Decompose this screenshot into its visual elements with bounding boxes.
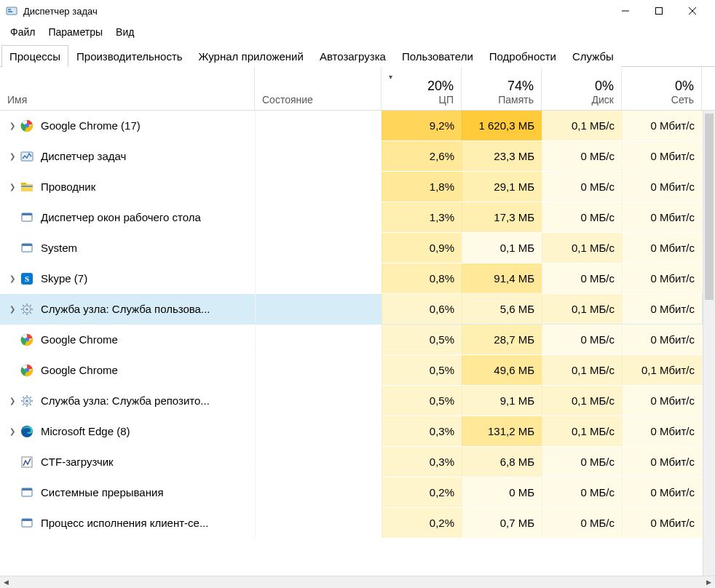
process-name: Google Chrome <box>41 364 118 376</box>
process-icon <box>20 180 33 194</box>
process-name: Служба узла: Служба репозито... <box>41 394 210 407</box>
expand-icon <box>7 488 17 498</box>
minimize-button[interactable] <box>609 0 642 22</box>
cell-network: 0 Мбит/с <box>622 233 702 263</box>
cell-state <box>255 508 382 538</box>
process-name: CTF-загрузчик <box>41 456 114 468</box>
cell-state <box>255 111 382 140</box>
tab-services[interactable]: Службы <box>564 45 622 67</box>
process-row[interactable]: ❯Microsoft Edge (8)0,3%131,2 МБ0,1 МБ/с0… <box>0 416 715 447</box>
close-button[interactable] <box>676 0 709 22</box>
process-row[interactable]: ❯Служба узла: Служба репозито...0,5%9,1 … <box>0 386 715 416</box>
tab-app-history[interactable]: Журнал приложений <box>191 45 312 67</box>
svg-rect-1 <box>8 9 11 10</box>
process-row[interactable]: Процесс исполнения клиент-се...0,2%0,7 М… <box>0 508 715 539</box>
menu-options[interactable]: Параметры <box>42 23 108 41</box>
cell-name: Процесс исполнения клиент-се... <box>0 508 255 538</box>
cell-state <box>255 141 382 171</box>
cell-network: 0 Мбит/с <box>622 325 702 354</box>
expand-icon[interactable]: ❯ <box>7 396 17 406</box>
cell-state <box>255 386 382 416</box>
cell-memory: 9,1 МБ <box>462 386 542 416</box>
scrollbar-thumb[interactable] <box>705 114 714 300</box>
process-icon <box>20 517 33 530</box>
process-row[interactable]: Системные прерывания0,2%0 МБ0 МБ/с0 Мбит… <box>0 477 715 508</box>
menu-file[interactable]: Файл <box>4 23 41 41</box>
cell-memory: 0,1 МБ <box>462 233 542 263</box>
maximize-button[interactable] <box>642 0 676 22</box>
cell-memory: 17,3 МБ <box>462 202 542 232</box>
cell-state <box>255 233 382 263</box>
process-row[interactable]: CTF-загрузчик0,3%6,8 МБ0 МБ/с0 Мбит/с <box>0 447 715 477</box>
process-name: Системные прерывания <box>41 486 164 498</box>
cell-name: ❯Диспетчер задач <box>0 141 255 171</box>
col-memory[interactable]: 74% Память <box>462 67 542 110</box>
cell-disk: 0,1 МБ/с <box>542 355 622 385</box>
vertical-scrollbar[interactable] <box>703 111 715 576</box>
col-name[interactable]: Имя <box>0 67 255 110</box>
process-row[interactable]: ❯Google Chrome (17)9,2%1 620,3 МБ0,1 МБ/… <box>0 111 715 141</box>
process-name: Skype (7) <box>41 272 87 285</box>
col-disk[interactable]: 0% Диск <box>542 67 622 110</box>
process-row[interactable]: ❯Служба узла: Служба пользова...0,6%5,6 … <box>0 294 715 325</box>
scroll-right-icon[interactable]: ▶ <box>703 576 715 589</box>
scroll-left-icon[interactable]: ◀ <box>0 576 12 589</box>
process-icon <box>20 425 33 438</box>
cell-memory: 91,4 МБ <box>462 263 542 293</box>
process-row[interactable]: Диспетчер окон рабочего стола1,3%17,3 МБ… <box>0 202 715 233</box>
expand-icon[interactable]: ❯ <box>7 121 17 131</box>
tab-users[interactable]: Пользователи <box>394 45 481 67</box>
cell-network: 0 Мбит/с <box>622 294 702 324</box>
cell-network: 0 Мбит/с <box>622 477 702 507</box>
col-cpu[interactable]: ▾ 20% ЦП <box>382 67 462 110</box>
process-name: Google Chrome (17) <box>41 119 141 132</box>
cell-network: 0 Мбит/с <box>622 508 702 538</box>
cell-memory: 1 620,3 МБ <box>462 111 542 140</box>
tab-startup[interactable]: Автозагрузка <box>312 45 394 67</box>
cell-state <box>255 325 382 354</box>
col-state[interactable]: Состояние <box>255 67 382 110</box>
cell-cpu: 9,2% <box>382 111 462 140</box>
process-icon <box>20 119 33 132</box>
task-manager-window: Диспетчер задач Файл Параметры Вид Проце… <box>0 0 715 588</box>
cell-cpu: 0,8% <box>382 263 462 293</box>
cell-name: ❯Служба узла: Служба пользова... <box>0 294 255 324</box>
process-rows: ❯Google Chrome (17)9,2%1 620,3 МБ0,1 МБ/… <box>0 111 715 576</box>
cell-name: Google Chrome <box>0 325 255 354</box>
cell-memory: 0,7 МБ <box>462 508 542 538</box>
tab-details[interactable]: Подробности <box>481 45 564 67</box>
cell-cpu: 0,2% <box>382 477 462 507</box>
process-row[interactable]: ❯Диспетчер задач2,6%23,3 МБ0 МБ/с0 Мбит/… <box>0 141 715 172</box>
app-icon <box>6 5 17 17</box>
expand-icon[interactable]: ❯ <box>7 274 17 284</box>
cell-disk: 0 МБ/с <box>542 447 622 477</box>
process-row[interactable]: System0,9%0,1 МБ0,1 МБ/с0 Мбит/с <box>0 233 715 263</box>
col-network[interactable]: 0% Сеть <box>622 67 702 110</box>
process-row[interactable]: Google Chrome0,5%49,6 МБ0,1 МБ/с0,1 Мбит… <box>0 355 715 386</box>
expand-icon[interactable]: ❯ <box>7 182 17 192</box>
process-name: Проводник <box>41 180 95 193</box>
cell-memory: 23,3 МБ <box>462 141 542 171</box>
expand-icon[interactable]: ❯ <box>7 151 17 162</box>
cell-name: Google Chrome <box>0 355 255 385</box>
cell-network: 0 Мбит/с <box>622 202 702 232</box>
menu-view[interactable]: Вид <box>110 23 140 41</box>
expand-icon[interactable]: ❯ <box>7 304 17 314</box>
process-row[interactable]: ❯Skype (7)0,8%91,4 МБ0 МБ/с0 Мбит/с <box>0 263 715 294</box>
cell-cpu: 1,3% <box>382 202 462 232</box>
process-name: Диспетчер окон рабочего стола <box>41 211 201 223</box>
cell-cpu: 0,3% <box>382 416 462 446</box>
process-icon <box>20 333 33 346</box>
cell-network: 0 Мбит/с <box>622 141 702 171</box>
expand-icon <box>7 212 17 223</box>
process-row[interactable]: Google Chrome0,5%28,7 МБ0 МБ/с0 Мбит/с <box>0 325 715 355</box>
horizontal-scrollbar[interactable]: ◀ ▶ <box>0 576 715 588</box>
process-name: Процесс исполнения клиент-се... <box>41 517 208 529</box>
tab-performance[interactable]: Производительность <box>68 45 191 67</box>
cell-cpu: 0,5% <box>382 325 462 354</box>
expand-icon[interactable]: ❯ <box>7 426 17 437</box>
cell-state <box>255 416 382 446</box>
process-row[interactable]: ❯Проводник1,8%29,1 МБ0 МБ/с0 Мбит/с <box>0 172 715 202</box>
cell-cpu: 0,9% <box>382 233 462 263</box>
tab-processes[interactable]: Процессы <box>1 45 68 67</box>
